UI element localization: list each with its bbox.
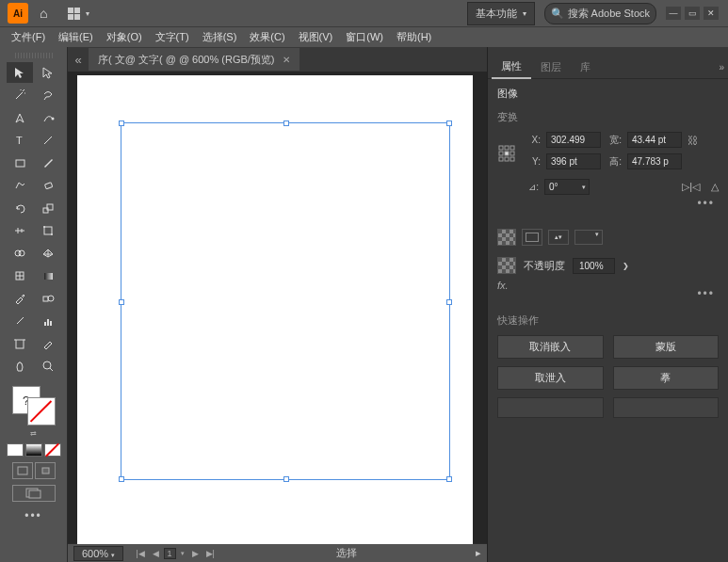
arrange-docs-icon[interactable]: ▾ [68,8,89,20]
paintbrush-tool[interactable] [35,153,61,173]
column-graph-tool[interactable] [35,311,61,331]
draw-behind-icon[interactable] [35,462,56,479]
width-input[interactable] [627,132,682,148]
svg-rect-27 [505,146,509,150]
blend-tool[interactable] [35,288,61,309]
menu-window[interactable]: 窗口(W) [340,28,389,46]
prev-icon[interactable]: ◀ [150,549,162,558]
first-icon[interactable]: |◀ [133,549,147,558]
fill-swatch[interactable] [497,229,516,246]
lasso-tool[interactable] [35,85,61,105]
symbol-sprayer-tool[interactable] [7,311,33,331]
stroke-swatch[interactable] [522,229,542,246]
screen-mode-icon[interactable] [12,485,56,502]
canvas-area[interactable] [68,72,487,543]
status-menu-icon[interactable]: ▸ [476,547,481,559]
panel-handle[interactable] [15,53,53,58]
stroke-color[interactable] [27,397,56,426]
close-tab-icon[interactable]: ✕ [283,55,290,65]
menu-file[interactable]: 文件(F) [6,28,51,46]
menu-type[interactable]: 文字(T) [150,28,195,46]
draw-normal-icon[interactable] [12,462,33,479]
stroke-style-select[interactable]: ▾ [574,230,603,245]
swatch-gradient[interactable] [25,443,42,457]
flip-h-icon[interactable]: ▷|◁ [682,181,700,193]
selection-tool[interactable] [7,62,33,83]
minimize-button[interactable]: — [666,7,681,20]
qbtn5[interactable] [497,397,604,418]
menu-edit[interactable]: 编辑(E) [53,28,99,46]
close-button[interactable]: ✕ [704,7,719,20]
line-tool[interactable] [35,130,61,151]
collapse-tools-icon[interactable]: « [68,53,89,67]
search-stock[interactable]: 🔍 搜索 Adobe Stock [544,3,656,24]
stroke-weight-stepper[interactable]: ▴▾ [548,230,569,245]
svg-rect-13 [44,273,53,280]
x-input[interactable] [546,132,601,148]
eyedropper-tool[interactable] [7,288,33,309]
menu-help[interactable]: 帮助(H) [391,28,437,46]
hand-tool[interactable] [7,356,33,377]
rectangle-tool[interactable] [7,153,33,173]
maximize-button[interactable]: ▭ [685,7,700,20]
zoom-tool[interactable] [35,356,61,377]
free-transform-tool[interactable] [35,220,61,241]
svg-rect-28 [510,146,514,150]
appearance-section: ▴▾ ▾ 不透明度 ❯ fx. ••• [497,223,719,300]
slice-tool[interactable] [35,333,61,354]
y-input[interactable] [546,153,601,169]
link-icon[interactable]: ⛓ [688,135,698,146]
mesh-tool[interactable] [7,265,33,286]
zoom-level[interactable]: 600% ▾ [73,546,123,561]
width-tool[interactable] [7,220,33,241]
flip-v-icon[interactable]: △ [711,181,719,193]
tab-layers[interactable]: 图层 [531,56,571,78]
height-input[interactable] [627,153,682,169]
eraser-tool[interactable] [35,175,61,196]
document-tab[interactable]: 序( 文@ 文字( @ @ 600% (RGB/预览) ✕ [89,48,299,71]
rotate-tool[interactable] [7,198,33,218]
menu-view[interactable]: 视图(V) [293,28,339,46]
curvature-tool[interactable] [35,107,61,128]
scale-tool[interactable] [35,198,61,218]
qbtn6[interactable] [613,397,720,418]
menu-select[interactable]: 选择(S) [197,28,243,46]
home-icon[interactable]: ⌂ [40,6,47,21]
menu-object[interactable]: 对象(O) [101,28,148,46]
qbtn4[interactable]: 摹 [613,366,720,390]
tab-libraries[interactable]: 库 [571,56,600,78]
menu-effect[interactable]: 效果(C) [244,28,290,46]
gradient-tool[interactable] [35,265,61,286]
selection-box[interactable] [121,122,450,480]
type-tool[interactable]: T [7,130,33,151]
artboard-number[interactable]: 1 [164,548,176,559]
unembed-button[interactable]: 取消嵌入 [497,335,604,359]
last-icon[interactable]: ▶| [203,549,218,558]
opacity-arrow-icon[interactable]: ❯ [623,262,629,270]
magic-wand-tool[interactable] [7,85,33,105]
swatch-color[interactable] [7,443,24,457]
direct-selection-tool[interactable] [35,62,61,83]
reference-point-icon[interactable] [497,144,516,163]
title-bar: Ai ⌂ ▾ 基本功能▾ 🔍 搜索 Adobe Stock — ▭ ✕ [0,0,728,26]
perspective-tool[interactable] [35,243,61,264]
opacity-swatch[interactable] [497,257,516,274]
shaper-tool[interactable] [7,175,33,196]
swap-colors-icon[interactable]: ⇄ [30,429,37,438]
tab-properties[interactable]: 属性 [492,56,531,79]
shape-builder-tool[interactable] [7,243,33,264]
next-icon[interactable]: ▶ [189,549,202,558]
artboard-tool[interactable] [7,333,33,354]
appearance-more-icon[interactable]: ••• [497,287,719,300]
artboard-nav[interactable]: |◀ ◀ 1 ▾ ▶ ▶| [133,548,218,559]
fill-stroke-colors[interactable]: ? [10,384,57,427]
mask-button[interactable]: 蒙版 [613,335,720,359]
workspace-switcher[interactable]: 基本功能▾ [467,2,535,25]
pen-tool[interactable] [7,107,33,128]
qbtn3[interactable]: 取泄入 [497,366,604,390]
swatch-none[interactable] [44,443,61,457]
opacity-input[interactable] [573,258,615,274]
tools-options-icon[interactable]: ••• [24,509,42,522]
transform-more-icon[interactable]: ••• [497,197,719,210]
expand-panel-icon[interactable]: » [719,62,724,72]
